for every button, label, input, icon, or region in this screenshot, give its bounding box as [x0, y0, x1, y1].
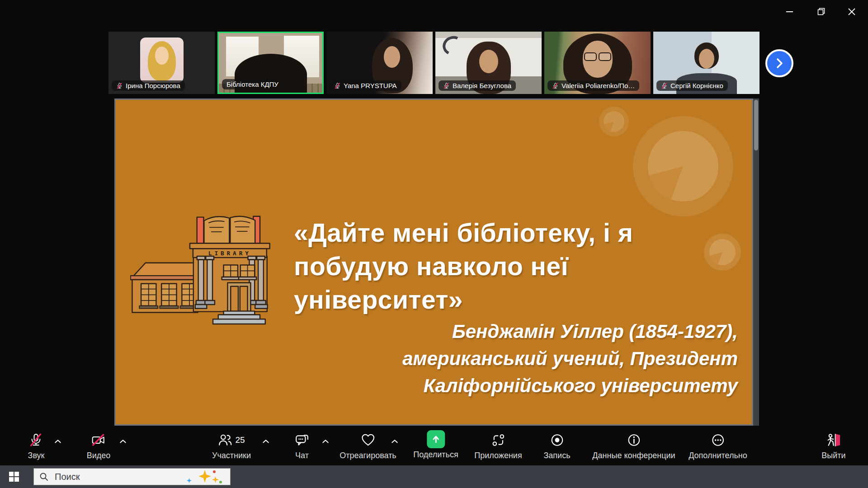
quote-line: університет»: [294, 283, 633, 316]
camera-muted-icon: [91, 433, 106, 447]
minimize-icon: [786, 11, 793, 13]
scrollbar-thumb[interactable]: [754, 100, 758, 150]
heart-icon: [361, 433, 375, 447]
audio-button[interactable]: Звук: [28, 430, 45, 460]
restore-icon: [817, 8, 826, 16]
quote-line: «Дайте мені бібліотеку, і я: [294, 216, 633, 249]
attribution-line: Бенджамін Уіллер (1854-1927),: [402, 318, 738, 345]
apps-button[interactable]: Приложения: [474, 430, 522, 460]
participant-name: Бібліотека КДПУ: [226, 80, 278, 88]
next-participants-page-button[interactable]: [765, 49, 793, 77]
participant-name-badge: Yana PRYSTUPA: [330, 80, 401, 91]
decorative-circle: [704, 234, 741, 271]
participant-tile-active-speaker[interactable]: Бібліотека КДПУ: [217, 32, 324, 94]
participant-tile[interactable]: Valeriia Poliarenko/По…: [544, 32, 651, 94]
bing-sparkles-icon: [183, 469, 224, 484]
leave-meeting-button[interactable]: Выйти: [821, 430, 845, 460]
window-restore-button[interactable]: [811, 4, 831, 20]
chevron-up-icon: [322, 439, 329, 444]
participant-name: Valeriia Poliarenko/По…: [561, 82, 635, 89]
reactions-button[interactable]: Отреагировать: [340, 430, 396, 460]
chevron-up-icon: [55, 439, 61, 444]
search-icon: [39, 472, 48, 481]
chat-button[interactable]: Чат: [295, 430, 309, 460]
record-button[interactable]: Запись: [543, 430, 570, 460]
windows-logo-icon: [9, 472, 19, 482]
mic-muted-icon: [552, 82, 559, 89]
chevron-up-icon: [263, 439, 269, 444]
record-icon: [550, 433, 564, 447]
slide-attribution: Бенджамін Уіллер (1854-1927), американсь…: [402, 318, 738, 399]
mic-muted-icon: [334, 82, 341, 89]
participant-name-badge: Valeriia Poliarenko/По…: [547, 80, 639, 91]
decorative-circle: [633, 116, 733, 216]
participants-count: 25: [235, 435, 245, 445]
participants-options-chevron[interactable]: [263, 438, 269, 445]
windows-taskbar: Поиск A W zoom 15°C: [0, 465, 868, 488]
taskbar-search-input[interactable]: Поиск: [33, 468, 231, 485]
participants-icon: [218, 433, 232, 447]
window-minimize-button[interactable]: [780, 4, 800, 20]
attribution-line: американський учений, Президент: [402, 345, 738, 372]
video-button[interactable]: Видео: [87, 430, 111, 460]
decorative-circle: [599, 107, 629, 136]
share-screen-button[interactable]: Поделиться: [413, 429, 458, 460]
mic-muted-icon: [661, 82, 668, 89]
participant-name-badge: Сергій Корнієнко: [656, 80, 728, 91]
quote-line: побудую навколо неї: [294, 249, 633, 283]
participant-name-badge: Бібліотека КДПУ: [222, 79, 283, 89]
apps-icon: [491, 433, 505, 447]
share-screen-icon: [427, 430, 445, 448]
participant-tile[interactable]: Сергій Корнієнко: [653, 32, 760, 94]
participant-strip: Ірина Порсюрова Бібліотека КДПУ Yana PRY…: [108, 32, 760, 94]
participant-name-badge: Валерія Безуглова: [439, 80, 516, 91]
participant-name-badge: Ірина Порсюрова: [112, 80, 185, 91]
chat-icon: [295, 433, 309, 447]
search-placeholder: Поиск: [55, 472, 80, 482]
chevron-up-icon: [120, 439, 127, 444]
start-button[interactable]: [0, 465, 28, 488]
close-icon: [848, 8, 855, 15]
participant-name: Ірина Порсюрова: [126, 82, 180, 89]
chevron-right-icon: [774, 58, 785, 69]
participant-name: Сергій Корнієнко: [670, 82, 723, 89]
shared-screen-slide: LIBRARY «Дайте мені бібліотеку, і я побу…: [114, 99, 753, 426]
participant-name: Yana PRYSTUPA: [344, 82, 397, 89]
more-icon: [711, 433, 725, 447]
participant-tile[interactable]: Yana PRYSTUPA: [326, 32, 433, 94]
info-icon: [627, 433, 641, 447]
slide-scrollbar[interactable]: [753, 99, 759, 426]
library-sign-text: LIBRARY: [208, 250, 251, 257]
audio-options-chevron[interactable]: [55, 438, 61, 445]
meeting-info-button[interactable]: Данные конференции: [592, 430, 675, 460]
more-options-button[interactable]: Дополнительно: [689, 430, 747, 460]
attribution-line: Каліфорнійського університету: [402, 372, 738, 399]
leave-icon: [826, 433, 841, 447]
chat-options-chevron[interactable]: [322, 438, 329, 445]
mic-muted-icon: [443, 82, 450, 89]
mic-muted-icon: [29, 433, 43, 447]
library-building-illustration: LIBRARY: [130, 208, 273, 326]
avatar: [140, 38, 184, 83]
participant-tile[interactable]: Валерія Безуглова: [435, 32, 542, 94]
reactions-options-chevron[interactable]: [392, 438, 398, 445]
slide-quote: «Дайте мені бібліотеку, і я побудую навк…: [294, 216, 633, 316]
participant-name: Валерія Безуглова: [453, 82, 511, 89]
chevron-up-icon: [392, 439, 398, 444]
participant-tile[interactable]: Ірина Порсюрова: [108, 32, 215, 94]
video-options-chevron[interactable]: [120, 438, 127, 445]
meeting-toolbar: Звук Видео 25: [0, 427, 868, 465]
participants-button[interactable]: 25 Участники: [212, 430, 251, 460]
window-close-button[interactable]: [842, 4, 862, 20]
zoom-meeting-window: Ірина Порсюрова Бібліотека КДПУ Yana PRY…: [0, 0, 868, 488]
mic-muted-icon: [116, 82, 123, 89]
